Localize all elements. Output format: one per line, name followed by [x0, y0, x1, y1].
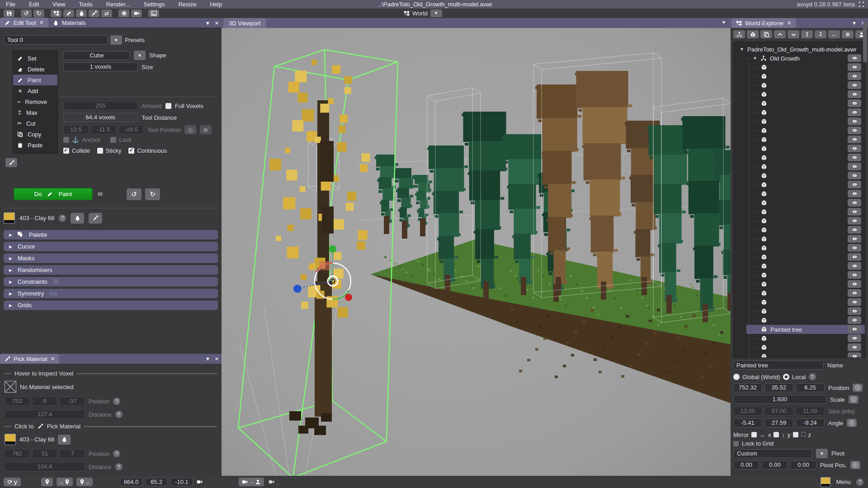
pick-tool-button[interactable] [5, 158, 17, 167]
section-palette[interactable]: ▶Palette [4, 230, 218, 239]
tree-item[interactable] [734, 81, 865, 90]
visibility-toggle[interactable] [848, 163, 861, 170]
angle-x[interactable]: -5.41 [733, 418, 762, 427]
visibility-toggle[interactable] [848, 90, 861, 98]
help-icon[interactable]: ? [113, 398, 120, 405]
menu-view[interactable]: View [52, 1, 65, 8]
visibility-toggle[interactable] [848, 190, 861, 197]
tree-item[interactable] [734, 253, 865, 262]
close-icon[interactable]: ✕ [215, 20, 219, 26]
visibility-toggle[interactable] [848, 108, 861, 116]
help-icon[interactable]: ? [856, 479, 863, 486]
tree-scrollbar[interactable] [863, 22, 867, 333]
arrow-bottom-button[interactable]: ↧ [815, 30, 826, 38]
do-paint-button[interactable]: Do Paint [14, 188, 93, 200]
tree-item[interactable] [734, 280, 865, 289]
tree-item[interactable] [734, 235, 865, 244]
visibility-toggle[interactable] [848, 199, 861, 206]
visibility-toggle[interactable] [848, 117, 861, 125]
section-constraints[interactable]: ▶Constraints [4, 277, 218, 286]
close-icon[interactable]: ✕ [39, 19, 44, 26]
tree-item[interactable] [734, 126, 865, 135]
menu-tools[interactable]: Tools [79, 1, 92, 8]
tab-materials[interactable]: Materials [48, 18, 90, 28]
visibility-toggle[interactable] [848, 262, 861, 270]
angle-y[interactable]: 27.59 [764, 418, 793, 427]
pin-prev-button[interactable]: ← [57, 478, 73, 486]
reset-scale-button[interactable]: 0 [849, 395, 859, 404]
visibility-toggle[interactable] [848, 271, 861, 279]
tool-position-z[interactable]: -19.5 [118, 125, 144, 134]
undo-button[interactable]: ↺ [127, 188, 142, 200]
tool-paste[interactable]: Paste [13, 140, 57, 150]
anchor-checkbox[interactable] [63, 137, 69, 143]
hierarchy-button[interactable] [51, 9, 61, 17]
help-icon[interactable]: ? [59, 215, 66, 222]
pin-button[interactable] [41, 478, 53, 486]
pivot-select[interactable]: Custom [733, 449, 812, 458]
visibility-toggle[interactable] [848, 72, 861, 80]
continuous-checkbox[interactable] [128, 148, 134, 154]
image-button[interactable] [148, 9, 159, 17]
tree-item[interactable] [734, 117, 865, 126]
pivot-pos-x[interactable]: 0.00 [733, 460, 760, 469]
camera-z[interactable]: -10.1 [170, 478, 193, 486]
size-input[interactable]: 1 voxels [63, 62, 138, 71]
tree-item[interactable] [734, 298, 865, 307]
local-radio[interactable] [783, 374, 789, 380]
tree-item[interactable] [734, 307, 865, 316]
tree-item[interactable] [734, 189, 865, 198]
lock-to-grid-checkbox[interactable] [733, 441, 739, 446]
visibility-toggle[interactable] [848, 289, 861, 297]
collapse-icon[interactable]: ▼ [205, 20, 210, 26]
copy-button[interactable] [760, 30, 772, 38]
tree-item[interactable] [734, 334, 865, 343]
current-material-swatch[interactable] [821, 477, 830, 487]
tool-distance-input[interactable]: 64.4 voxels [63, 113, 138, 122]
visibility-toggle[interactable] [848, 172, 861, 179]
tree-item[interactable] [734, 244, 865, 253]
axis-cycle-button[interactable]: ⟳ y [4, 478, 21, 486]
fullscreen-icon[interactable] [859, 1, 864, 7]
camera-x[interactable]: 864.0 [120, 478, 142, 486]
help-icon[interactable]: ? [115, 411, 123, 418]
scale-input[interactable]: 1.930 [733, 395, 826, 404]
pivot-pos-z[interactable]: 0.00 [790, 460, 816, 469]
visibility-toggle[interactable] [848, 181, 861, 188]
collide-checkbox[interactable] [63, 148, 69, 154]
swap-button[interactable]: ⇄ [101, 9, 112, 17]
cancel-button[interactable]: ⊗ [842, 30, 854, 38]
cube-button[interactable] [747, 30, 759, 38]
visibility-toggle[interactable] [848, 99, 861, 107]
tab-edit-tool[interactable]: Edit Tool✕ [0, 18, 48, 28]
tool-delete[interactable]: Delete [13, 64, 57, 75]
close-icon[interactable]: ✕ [787, 20, 792, 26]
shape-select[interactable]: Cube [63, 51, 130, 60]
position-z[interactable]: 6.25 [796, 383, 825, 392]
visibility-toggle[interactable] [848, 54, 861, 62]
help-icon[interactable]: ? [809, 373, 816, 380]
tree-item[interactable] [734, 72, 865, 81]
target-icon[interactable]: ◎ [184, 125, 196, 134]
tab-world-explorer[interactable]: World Explorer✕ [731, 18, 796, 28]
arrow-top-button[interactable]: ↥ [801, 30, 813, 38]
tool-copy[interactable]: Copy [13, 129, 57, 140]
tree-item[interactable] [734, 343, 865, 352]
tree-item[interactable] [734, 171, 865, 180]
visibility-toggle[interactable] [848, 352, 861, 358]
close-icon[interactable]: ✕ [215, 356, 219, 362]
close-icon[interactable]: ✕ [50, 356, 55, 362]
visibility-toggle[interactable] [848, 127, 861, 134]
help-icon[interactable]: ? [113, 450, 120, 457]
eyedropper-button[interactable] [89, 9, 99, 17]
tool-cut[interactable]: ✂Cut [13, 118, 57, 129]
position-y[interactable]: 35.52 [764, 383, 793, 392]
reset-pivot-button[interactable]: 0 [850, 461, 860, 469]
tree-item[interactable] [734, 271, 865, 280]
menu-edit[interactable]: Edit [29, 1, 39, 8]
render-button[interactable] [118, 9, 129, 17]
preset-dropdown-arrow[interactable]: ▼ [110, 35, 122, 45]
pin-next-button[interactable]: → [76, 478, 93, 486]
tree-item[interactable] [734, 180, 865, 189]
3d-viewport[interactable]: 3D Viewport ▼ [222, 18, 731, 476]
